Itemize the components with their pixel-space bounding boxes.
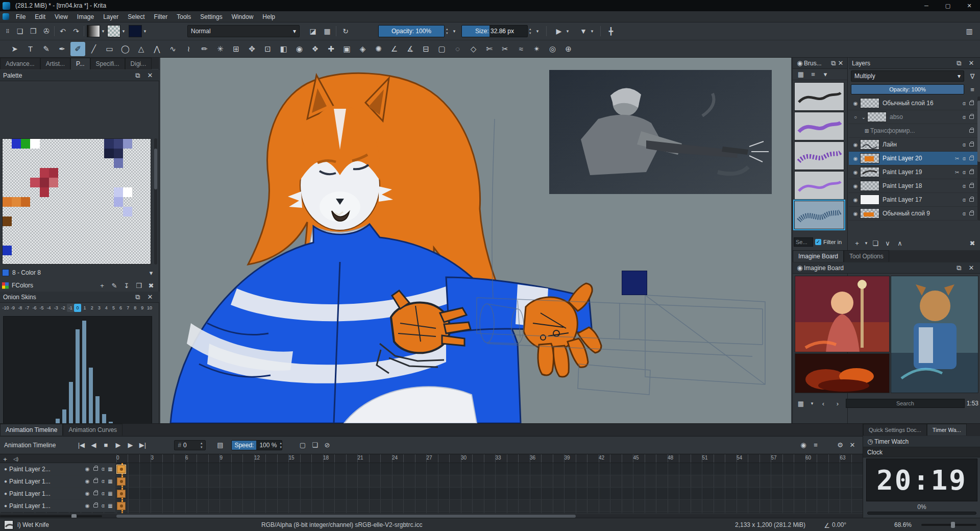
lock-icon[interactable]	[93, 492, 98, 495]
visibility-icon[interactable]: ◉	[83, 491, 92, 496]
pattern-caret-icon[interactable]: ▾	[120, 25, 127, 37]
canvas-area[interactable]	[160, 58, 791, 423]
onion-frame-number[interactable]: 2	[88, 304, 95, 312]
play-button[interactable]: ▶	[112, 440, 124, 451]
rotation-icon[interactable]: ∠	[821, 520, 833, 531]
float-docker-icon[interactable]: ⧉	[132, 70, 144, 81]
palette-swatch[interactable]	[104, 149, 113, 158]
tab-tool-options[interactable]: Tool Options	[844, 250, 889, 262]
onion-opacity-bar[interactable]	[89, 368, 93, 432]
board-next-icon[interactable]: ›	[831, 398, 844, 409]
palette-swatch[interactable]	[49, 178, 58, 187]
palette-swatch[interactable]	[123, 139, 132, 149]
visibility-icon[interactable]: ◉	[83, 503, 92, 509]
palette-swatch[interactable]	[40, 178, 49, 187]
new-document-icon[interactable]: ❏	[13, 25, 27, 37]
add-duplicate-frame-button[interactable]: ❏	[309, 440, 321, 451]
workspace-chooser-icon[interactable]: ▥	[963, 25, 976, 37]
brush-preset-icon[interactable]	[4, 520, 13, 529]
palette-swatch[interactable]	[40, 168, 49, 178]
layer-filter-icon[interactable]: ∇	[966, 70, 978, 82]
preset-tag-caret-icon[interactable]: ▾	[819, 69, 831, 80]
board-search-input[interactable]	[846, 399, 965, 408]
onion-opacity-chart[interactable]	[3, 316, 152, 437]
close-docker-icon[interactable]: ✕	[965, 58, 977, 69]
lock-icon[interactable]	[93, 504, 98, 508]
frame-ruler[interactable]: + ◁) 03691215182124273033363942454851545…	[0, 454, 863, 463]
alpha-icon[interactable]: α	[100, 466, 107, 472]
alpha-icon[interactable]: α	[961, 170, 968, 175]
palette-scrollbar[interactable]	[154, 138, 157, 264]
tool-button[interactable]: ✳	[213, 42, 228, 56]
close-docker-icon[interactable]: ✕	[837, 58, 844, 69]
tool-button[interactable]: ✒	[55, 42, 69, 56]
add-swatch-icon[interactable]: +	[96, 280, 108, 291]
spin-up-icon[interactable]: ▴	[446, 27, 448, 31]
load-palette-icon[interactable]: ❒	[133, 280, 145, 291]
layer-row-selected[interactable]: ◉ Paint Layer 20 ✂ α	[849, 152, 977, 165]
palette-swatch[interactable]	[114, 149, 123, 158]
menu-item[interactable]: Tools	[172, 11, 195, 22]
close-docker-icon[interactable]: ✕	[965, 262, 977, 274]
lock-icon[interactable]	[969, 143, 974, 147]
palette-swatch[interactable]	[3, 197, 12, 207]
previous-frame-button[interactable]: ◀	[87, 440, 100, 451]
move-layer-down-button[interactable]: ∨	[881, 237, 894, 249]
spin-down-icon[interactable]: ▾	[280, 445, 282, 449]
tool-button[interactable]: ✄	[482, 42, 497, 56]
lock-icon[interactable]	[969, 212, 974, 215]
alpha-icon[interactable]: α	[961, 114, 968, 120]
tool-button[interactable]: ⋀	[150, 42, 164, 56]
preserve-alpha-icon[interactable]: ▦	[321, 25, 334, 37]
brush-preset[interactable]	[794, 171, 844, 200]
minimize-button[interactable]: ─	[916, 0, 937, 11]
save-document-icon[interactable]: ✇	[40, 25, 53, 37]
tool-button[interactable]: ✺	[371, 42, 386, 56]
close-button[interactable]: ✕	[959, 0, 980, 11]
onion-skin-toggle-icon[interactable]: ◉	[797, 440, 810, 451]
gradient-chooser-button[interactable]	[87, 25, 100, 37]
speed-spinbox[interactable]: Speed: 100 % ▴▾	[231, 440, 282, 450]
add-layer-button[interactable]: +	[851, 237, 863, 249]
tab-animation-timeline[interactable]: Animation Timeline	[0, 424, 63, 436]
alpha-icon[interactable]: α	[961, 183, 968, 189]
board-image[interactable]	[795, 276, 890, 352]
palette-swatch[interactable]	[40, 187, 49, 197]
timeline-settings-icon[interactable]: ⚙	[834, 440, 846, 451]
visibility-icon[interactable]: ◉	[851, 101, 860, 106]
tool-button[interactable]: ⊞	[229, 42, 243, 56]
layer-options-icon[interactable]: ≡	[966, 84, 978, 95]
onion-frame-numbers[interactable]: -10-9-8-7-6-5-4-3-2-1012345678910	[2, 304, 153, 312]
close-docker-icon[interactable]: ✕	[144, 70, 156, 81]
open-document-icon[interactable]: ❒	[27, 25, 40, 37]
palette-swatch[interactable]	[21, 139, 30, 149]
tab-specific-color[interactable]: Specifi...	[90, 58, 125, 69]
float-docker-icon[interactable]: ⧉	[132, 292, 144, 303]
visibility-icon[interactable]: ◉	[851, 183, 860, 189]
board-layout-icon[interactable]: ▦	[795, 398, 807, 409]
lock-icon[interactable]	[969, 129, 974, 133]
preset-search-input[interactable]	[794, 237, 813, 247]
visibility-icon[interactable]: ◉	[851, 156, 860, 161]
layer-row[interactable]: ◉ Paint Layer 18 α	[849, 179, 977, 193]
onion-frame-number[interactable]: -3	[53, 304, 60, 312]
brush-preset[interactable]	[794, 82, 844, 111]
palette-grid[interactable]	[2, 138, 151, 264]
timeline-close-icon[interactable]: ✕	[846, 440, 859, 451]
float-docker-icon[interactable]: ⧉	[953, 58, 965, 69]
tool-button[interactable]: ╱	[86, 42, 101, 56]
lock-icon[interactable]	[93, 467, 98, 471]
palette-swatch[interactable]	[114, 187, 123, 197]
tool-button[interactable]: ✂	[498, 42, 512, 56]
alpha-icon[interactable]: α	[100, 478, 107, 484]
undo-icon[interactable]: ↶	[56, 25, 69, 37]
skip-to-start-button[interactable]: |◀	[75, 440, 87, 451]
alpha-icon[interactable]: α	[961, 156, 968, 161]
layer-row[interactable]: ◉ Paint Layer 17 α	[849, 193, 977, 207]
onion-frame-number[interactable]: 4	[103, 304, 110, 312]
spin-down-icon[interactable]: ▾	[201, 445, 203, 449]
onion-frame-number[interactable]: 1	[81, 304, 88, 312]
opacity-slider[interactable]: Opacity: 100%	[378, 25, 445, 37]
tab-digital-mixer[interactable]: Digi...	[125, 58, 152, 69]
blend-mode-combo[interactable]: Normal ▾	[187, 25, 300, 37]
